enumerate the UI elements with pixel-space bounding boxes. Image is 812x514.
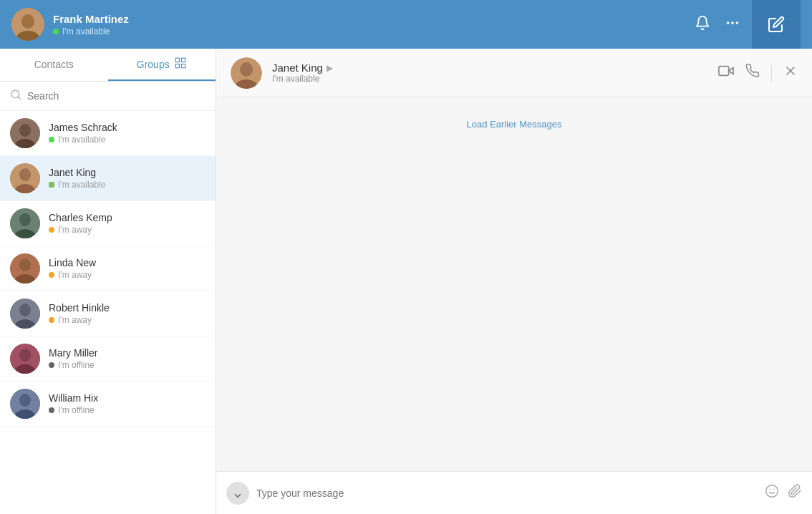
svg-point-40 (766, 485, 778, 498)
svg-point-34 (240, 62, 253, 77)
contact-name: Robert Hinkle (49, 302, 110, 314)
chat-header-actions (718, 63, 798, 82)
contact-status: I'm away (49, 225, 112, 235)
search-bar (0, 82, 216, 111)
current-user-info: Frank Martinez I'm available (53, 13, 695, 37)
status-dot (49, 272, 54, 278)
chat-contact-avatar (231, 57, 262, 89)
contact-details: Janet King I'm available (49, 167, 105, 190)
status-dot (49, 407, 54, 413)
svg-rect-9 (181, 64, 185, 68)
chat-contact-name: Janet King ▶ (272, 62, 708, 74)
current-user-status: I'm available (53, 26, 695, 37)
avatar (10, 253, 40, 283)
contact-name: James Schrack (49, 122, 117, 133)
top-header: Frank Martinez I'm available (0, 0, 812, 49)
contact-status: I'm away (49, 270, 96, 280)
tab-contacts[interactable]: Contacts (0, 49, 108, 81)
message-input[interactable] (256, 488, 758, 499)
search-input[interactable] (27, 90, 206, 102)
close-chat-icon[interactable] (783, 64, 798, 82)
contact-name: Charles Kemp (49, 212, 112, 223)
avatar (10, 208, 40, 238)
contact-details: Robert Hinkle I'm away (49, 302, 110, 325)
svg-point-5 (736, 21, 739, 24)
sidebar: Contacts Groups (0, 49, 216, 514)
load-earlier-button[interactable]: Load Earlier Messages (467, 119, 562, 130)
list-item[interactable]: Mary Miller I'm offline (0, 336, 216, 382)
compose-button[interactable] (752, 0, 801, 49)
input-icons (765, 484, 802, 502)
video-call-icon[interactable] (718, 63, 734, 82)
contact-details: William Hix I'm offline (49, 392, 98, 415)
svg-point-16 (19, 168, 31, 181)
svg-point-22 (19, 258, 31, 271)
status-dot (49, 317, 54, 323)
list-item[interactable]: William Hix I'm offline (0, 382, 216, 427)
status-dot (49, 182, 54, 188)
contact-status: I'm offline (49, 360, 97, 370)
svg-marker-36 (729, 67, 733, 74)
list-item[interactable]: Charles Kemp I'm away (0, 201, 216, 246)
list-item[interactable]: James Schrack I'm available (0, 111, 216, 156)
svg-point-1 (21, 14, 34, 29)
status-dot (49, 227, 54, 233)
more-options-icon[interactable] (725, 15, 740, 34)
contact-details: James Schrack I'm available (49, 122, 117, 145)
avatar (10, 389, 40, 419)
contact-name: Linda New (49, 257, 96, 268)
expand-arrow-icon: ▶ (327, 63, 333, 73)
svg-point-28 (19, 349, 31, 362)
svg-point-25 (19, 304, 31, 316)
chat-header-info: Janet King ▶ I'm available (272, 62, 708, 84)
main-content: Contacts Groups (0, 49, 812, 514)
message-input-area (216, 471, 812, 514)
svg-point-4 (731, 21, 734, 24)
svg-rect-7 (181, 58, 185, 62)
sidebar-tabs: Contacts Groups (0, 49, 216, 82)
messages-area: Load Earlier Messages (216, 97, 812, 471)
contact-name: Mary Miller (49, 347, 97, 359)
contact-status: I'm offline (49, 405, 98, 415)
current-user-name: Frank Martinez (53, 13, 695, 25)
contact-list: James Schrack I'm available (0, 111, 216, 514)
contact-status: I'm available (49, 180, 105, 190)
header-icons (695, 15, 740, 34)
avatar (10, 344, 40, 374)
list-item[interactable]: Linda New I'm away (0, 246, 216, 291)
groups-grid-icon (174, 57, 187, 72)
contact-status: I'm available (49, 135, 117, 145)
phone-call-icon[interactable] (745, 64, 760, 82)
avatar (10, 118, 40, 148)
emoji-icon[interactable] (765, 484, 779, 502)
scroll-down-button[interactable] (226, 482, 249, 505)
svg-point-31 (19, 394, 31, 407)
avatar (10, 163, 40, 193)
svg-point-13 (19, 124, 31, 137)
header-divider (771, 64, 772, 82)
svg-point-19 (19, 213, 31, 226)
contact-details: Charles Kemp I'm away (49, 212, 112, 235)
list-item[interactable]: Janet King I'm available (0, 156, 216, 201)
contact-details: Linda New I'm away (49, 257, 96, 280)
chat-header: Janet King ▶ I'm available (216, 49, 812, 97)
svg-rect-37 (719, 67, 729, 76)
search-icon (10, 89, 21, 103)
current-user-avatar[interactable] (11, 8, 44, 41)
contact-name: William Hix (49, 392, 98, 404)
contact-details: Mary Miller I'm offline (49, 347, 97, 370)
status-dot (49, 362, 54, 368)
chat-area: Janet King ▶ I'm available (216, 49, 812, 514)
avatar (10, 299, 40, 329)
svg-line-11 (18, 97, 20, 99)
status-dot (49, 137, 54, 142)
tab-groups[interactable]: Groups (108, 49, 216, 81)
contact-status: I'm away (49, 315, 110, 325)
svg-rect-6 (175, 58, 179, 62)
list-item[interactable]: Robert Hinkle I'm away (0, 291, 216, 336)
svg-rect-8 (175, 64, 179, 68)
contact-name: Janet King (49, 167, 105, 178)
attach-file-icon[interactable] (788, 484, 802, 502)
chat-contact-status: I'm available (272, 74, 708, 84)
notification-bell-icon[interactable] (695, 15, 710, 34)
